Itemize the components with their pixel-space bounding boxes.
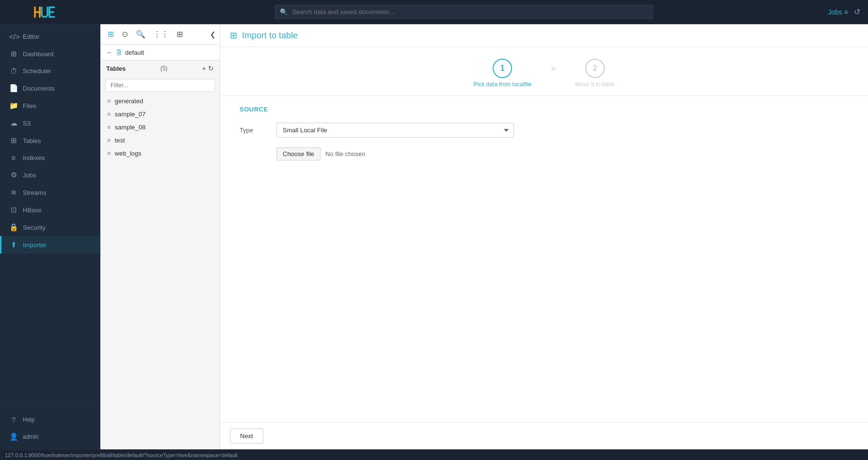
sidebar: </> Editor ⊞ Dashboard ⏱ Scheduler 📄 Doc…: [0, 24, 100, 449]
streams-icon: ≋: [9, 188, 18, 197]
sidebar-item-label: Importer: [23, 241, 46, 249]
sidebar-item-hbase[interactable]: ⊡ HBase: [0, 201, 100, 219]
search-input[interactable]: [275, 5, 653, 19]
filter-wrap: [100, 76, 220, 95]
sidebar-item-label: Scheduler: [23, 67, 51, 75]
jobs-link[interactable]: Jobs ≡: [828, 8, 848, 16]
section-count: (5): [161, 65, 168, 72]
toolbar-grid-icon[interactable]: ⊞: [174, 28, 185, 40]
table-item[interactable]: ≡ sample_07: [100, 108, 220, 121]
importer-icon: ⬆: [9, 240, 18, 249]
search-icon: 🔍: [280, 8, 288, 16]
table-icon: ≡: [107, 137, 111, 144]
toolbar-copy-icon[interactable]: ⊙: [119, 28, 130, 40]
table-name: sample_07: [115, 111, 146, 118]
sidebar-item-files[interactable]: 📁 Files: [0, 97, 100, 114]
step1-label: Pick data from localfile: [473, 81, 531, 88]
refresh-button[interactable]: ↺: [854, 7, 860, 16]
sidebar-item-importer[interactable]: ⬆ Importer: [0, 236, 100, 254]
section-title: Tables: [106, 65, 126, 72]
sidebar-item-label: Security: [23, 224, 46, 231]
sidebar-item-editor[interactable]: </> Editor: [0, 28, 100, 45]
section-actions: + ↻: [202, 64, 214, 72]
wizard-step-1: 1 Pick data from localfile: [473, 59, 531, 88]
panel-breadcrumb: ← 🗄 default: [100, 45, 220, 61]
sidebar-item-label: Streams: [23, 189, 46, 196]
tables-icon: ⊞: [9, 136, 18, 145]
sidebar-item-label: Jobs: [23, 172, 36, 179]
type-select[interactable]: Small Local File Large Local File Remote…: [276, 123, 514, 138]
table-item[interactable]: ≡ web_logs: [100, 147, 220, 160]
s3-icon: ☁: [9, 119, 18, 127]
toolbar-table-icon[interactable]: ⊞: [105, 28, 116, 40]
sidebar-item-s3[interactable]: ☁ S3: [0, 114, 100, 132]
wizard-step-2: 2 Move it to table: [575, 59, 614, 88]
refresh-tables-button[interactable]: ↻: [208, 64, 214, 72]
step1-number: 1: [500, 64, 505, 73]
sidebar-item-security[interactable]: 🔒 Security: [0, 219, 100, 236]
main-layout: </> Editor ⊞ Dashboard ⏱ Scheduler 📄 Doc…: [0, 24, 868, 449]
statusbar: 127.0.0.1:8000/hue/indexer/importer/pref…: [0, 449, 868, 460]
indexes-icon: ≡: [9, 154, 18, 162]
next-button[interactable]: Next: [230, 428, 263, 444]
status-url: 127.0.0.1:8000/hue/indexer/importer/pref…: [5, 452, 238, 458]
topbar: 🔍 Jobs ≡ ↺: [0, 0, 868, 24]
type-row: Type Small Local File Large Local File R…: [240, 123, 849, 138]
files-icon: 📁: [9, 101, 18, 110]
sidebar-item-dashboard[interactable]: ⊞ Dashboard: [0, 45, 100, 63]
dashboard-icon: ⊞: [9, 49, 18, 58]
toolbar-hierarchy-icon[interactable]: ⋮⋮: [151, 28, 171, 40]
table-name: sample_08: [115, 124, 146, 131]
logo-area: [0, 3, 100, 21]
sidebar-item-documents[interactable]: 📄 Documents: [0, 79, 100, 97]
second-panel-toolbar: ⊞ ⊙ 🔍 ⋮⋮ ⊞ ❮: [100, 24, 220, 45]
page-title: Import to table: [242, 31, 298, 41]
editor-icon: </>: [9, 32, 18, 41]
security-icon: 🔒: [9, 223, 18, 232]
toolbar-search-icon[interactable]: 🔍: [133, 28, 148, 40]
sidebar-item-jobs[interactable]: ⚙ Jobs: [0, 166, 100, 184]
table-item[interactable]: ≡ generated: [100, 95, 220, 108]
table-name: generated: [115, 97, 144, 105]
sidebar-item-label: Documents: [23, 85, 55, 92]
collapse-panel-button[interactable]: ❮: [210, 31, 216, 38]
table-item[interactable]: ≡ sample_08: [100, 121, 220, 134]
form-area: SOURCE Type Small Local File Large Local…: [220, 96, 868, 422]
topbar-actions: Jobs ≡ ↺: [828, 7, 868, 16]
sidebar-item-streams[interactable]: ≋ Streams: [0, 184, 100, 201]
sidebar-nav: </> Editor ⊞ Dashboard ⏱ Scheduler 📄 Doc…: [0, 24, 100, 407]
sidebar-item-indexes[interactable]: ≡ Indexes: [0, 149, 100, 166]
sidebar-item-help[interactable]: ? Help: [0, 411, 100, 428]
filter-input[interactable]: [105, 79, 215, 92]
panel-section-header: Tables (5) + ↻: [100, 61, 220, 76]
table-name: test: [115, 137, 125, 144]
no-file-label: No file chosen: [325, 150, 365, 158]
search-wrap: 🔍: [275, 5, 653, 19]
second-panel: ⊞ ⊙ 🔍 ⋮⋮ ⊞ ❮ ← 🗄 default Tables (5) + ↻ …: [100, 24, 220, 449]
sidebar-item-label: Help: [23, 416, 35, 423]
sidebar-item-scheduler[interactable]: ⏱ Scheduler: [0, 63, 100, 79]
sidebar-item-admin[interactable]: 👤 admin: [0, 428, 100, 445]
choose-file-button[interactable]: Choose file: [276, 147, 321, 160]
table-item[interactable]: ≡ test: [100, 134, 220, 147]
sidebar-item-tables[interactable]: ⊞ Tables: [0, 132, 100, 149]
sidebar-item-label: Tables: [23, 137, 41, 144]
table-icon: ≡: [107, 150, 111, 157]
sidebar-item-label: Indexes: [23, 154, 45, 161]
search-area: 🔍: [100, 5, 828, 19]
step1-circle: 1: [493, 59, 512, 78]
main-content: ⊞ Import to table 1 Pick data from local…: [220, 24, 868, 449]
import-table-icon: ⊞: [230, 30, 237, 41]
database-icon: 🗄: [116, 49, 122, 56]
sidebar-item-label: Editor: [23, 33, 39, 40]
sidebar-bottom: ? Help 👤 admin: [0, 407, 100, 449]
source-section-label: SOURCE: [240, 106, 849, 113]
wizard-steps: 1 Pick data from localfile » 2 Move it t…: [220, 47, 868, 96]
sidebar-item-label: Files: [23, 102, 36, 110]
add-table-button[interactable]: +: [202, 64, 206, 72]
hbase-icon: ⊡: [9, 206, 18, 214]
back-button[interactable]: ←: [106, 48, 113, 56]
step2-circle: 2: [585, 59, 605, 78]
footer-bar: Next: [220, 422, 868, 449]
hue-logo: [31, 3, 70, 21]
